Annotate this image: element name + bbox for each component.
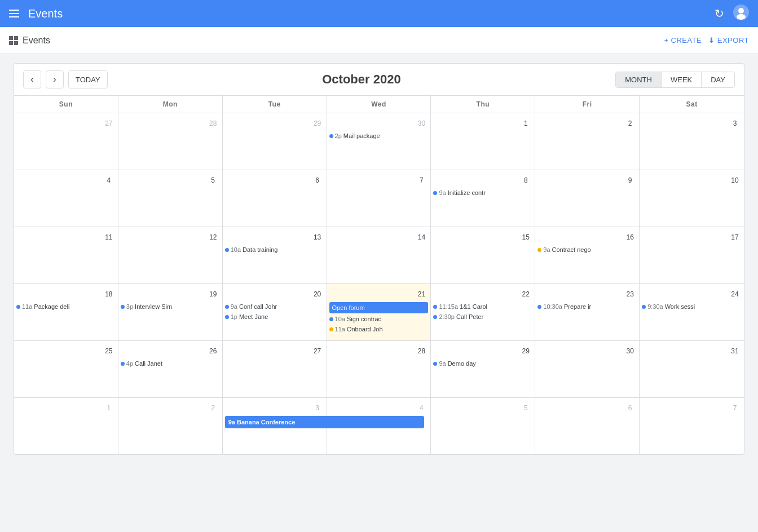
week-row-6: 1 2 3 9a Banana Conference 4 5 [14, 398, 744, 454]
week-row-1: 27 28 29 30 2p Mail package [14, 113, 744, 170]
menu-icon[interactable] [9, 10, 19, 17]
day-cell-oct6[interactable]: 6 [223, 170, 327, 227]
week-view-button[interactable]: WEEK [662, 72, 702, 87]
week-row-3: 11 12 13 10a Data training [14, 227, 744, 284]
day-cell-nov7[interactable]: 7 [640, 398, 744, 454]
day-cell-nov2[interactable]: 2 [118, 398, 223, 454]
day-cell-oct10[interactable]: 10 [640, 170, 744, 227]
day-cell-oct29[interactable]: 29 9a Demo day [431, 341, 535, 397]
list-item[interactable]: 2:30p Call Peter [433, 312, 532, 321]
day-cell-oct12[interactable]: 12 [118, 227, 223, 283]
day-header-sat: Sat [640, 96, 744, 113]
list-item[interactable]: 1p Meet Jane [225, 312, 324, 321]
day-cell-oct7[interactable]: 7 [327, 170, 431, 227]
day-cell-oct17[interactable]: 17 [640, 227, 744, 283]
day-header-fri: Fri [535, 96, 640, 113]
list-item[interactable]: 9a Demo day [433, 359, 532, 368]
day-cell-oct23[interactable]: 23 10:30a Prepare ir [535, 284, 640, 340]
list-item[interactable]: 4p Call Janet [121, 359, 220, 368]
day-cell-oct20[interactable]: 20 9a Conf call Johr 1p Meet Jane [223, 284, 327, 340]
day-cell-nov3[interactable]: 3 9a Banana Conference [223, 398, 327, 454]
create-button[interactable]: + CREATE [664, 36, 702, 45]
day-cell-oct21[interactable]: 21 Open forum 10a Sign contrac 11a Onboa… [327, 284, 431, 340]
day-cell-oct27[interactable]: 27 [223, 341, 327, 397]
app-title: Events [28, 7, 706, 20]
day-cell-oct18[interactable]: 18 11a Package deli [14, 284, 118, 340]
prev-month-button[interactable]: ‹ [23, 70, 41, 88]
day-cell-oct19[interactable]: 19 3p Interview Sim [118, 284, 223, 340]
main-content: ‹ › TODAY October 2020 MONTH WEEK DAY Su… [0, 54, 758, 464]
day-cell-oct13[interactable]: 13 10a Data training [223, 227, 327, 283]
create-plus-icon: + [664, 36, 668, 45]
day-cell-oct5[interactable]: 5 [118, 170, 223, 227]
day-cell-oct31[interactable]: 31 [640, 341, 744, 397]
day-cell-nov5[interactable]: 5 [431, 398, 535, 454]
day-cell-oct30[interactable]: 30 [535, 341, 640, 397]
calendar-month-year: October 2020 [112, 72, 611, 87]
list-item[interactable]: 9a Contract nego [537, 245, 637, 254]
calendar-container: ‹ › TODAY October 2020 MONTH WEEK DAY Su… [14, 63, 744, 455]
day-cell-sep29[interactable]: 29 [223, 113, 327, 170]
app-bar: Events ↻ [0, 0, 758, 27]
list-item[interactable]: 11a Onboard Joh [329, 325, 429, 334]
day-cell-sep28[interactable]: 28 [118, 113, 223, 170]
event-dot-blue [329, 134, 333, 138]
day-cell-oct15[interactable]: 15 [431, 227, 535, 283]
event-dot-blue [433, 305, 437, 309]
list-item[interactable]: 10a Sign contrac [329, 314, 429, 323]
day-cell-oct16[interactable]: 16 9a Contract nego [535, 227, 640, 283]
day-headers-row: Sun Mon Tue Wed Thu Fri Sat [14, 96, 744, 113]
grid-view-icon[interactable] [9, 36, 18, 45]
day-cell-oct14[interactable]: 14 [327, 227, 431, 283]
day-header-mon: Mon [118, 96, 223, 113]
list-item[interactable]: 10:30a Prepare ir [537, 302, 637, 311]
day-cell-nov1[interactable]: 1 [14, 398, 118, 454]
event-dot-blue [433, 362, 437, 366]
day-cell-oct24[interactable]: 24 9:30a Work sessi [640, 284, 744, 340]
next-month-button[interactable]: › [46, 70, 64, 88]
day-header-thu: Thu [431, 96, 535, 113]
day-cell-oct11[interactable]: 11 [14, 227, 118, 283]
event-dot-blue [225, 315, 229, 319]
week-row-4: 18 11a Package deli 19 3p [14, 284, 744, 341]
list-item[interactable]: 11:15a 1&1 Carol [433, 302, 532, 311]
day-cell-oct26[interactable]: 26 4p Call Janet [118, 341, 223, 397]
calendar-nav: ‹ › TODAY October 2020 MONTH WEEK DAY [14, 64, 744, 95]
list-item[interactable]: 10a Data training [225, 245, 324, 254]
day-cell-nov6[interactable]: 6 [535, 398, 640, 454]
list-item[interactable]: 3p Interview Sim [121, 302, 220, 311]
day-cell-oct22[interactable]: 22 11:15a 1&1 Carol 2:30p Call Peter [431, 284, 535, 340]
profile-icon[interactable] [733, 5, 749, 23]
list-item[interactable]: 2p Mail package [329, 131, 429, 140]
event-dot-yellow [537, 248, 541, 252]
event-block-open-forum[interactable]: Open forum [329, 302, 429, 313]
list-item[interactable]: 9:30a Work sessi [642, 302, 742, 311]
day-view-button[interactable]: DAY [702, 72, 734, 87]
list-item[interactable]: 9a Initialize contr [433, 188, 532, 197]
event-block-banana-conference[interactable]: 9a Banana Conference [225, 416, 425, 428]
day-cell-oct2[interactable]: 2 [535, 113, 640, 170]
day-header-tue: Tue [223, 96, 327, 113]
day-cell-oct28[interactable]: 28 [327, 341, 431, 397]
day-cell-oct8[interactable]: 8 9a Initialize contr [431, 170, 535, 227]
day-cell-sep30[interactable]: 30 2p Mail package [327, 113, 431, 170]
day-cell-sep27[interactable]: 27 [14, 113, 118, 170]
day-cell-oct25[interactable]: 25 [14, 341, 118, 397]
list-item[interactable]: 11a Package deli [16, 302, 116, 311]
month-view-button[interactable]: MONTH [616, 72, 662, 87]
day-cell-oct4[interactable]: 4 [14, 170, 118, 227]
secondary-toolbar: Events + CREATE ⬇ EXPORT [0, 27, 758, 54]
export-button[interactable]: ⬇ EXPORT [708, 36, 749, 45]
week-row-2: 4 5 6 7 8 9a Initiali [14, 170, 744, 227]
svg-point-2 [737, 14, 746, 20]
event-dot-blue [433, 315, 437, 319]
toolbar-actions: + CREATE ⬇ EXPORT [664, 36, 749, 45]
refresh-icon[interactable]: ↻ [715, 7, 724, 20]
event-dot-blue [642, 305, 646, 309]
day-cell-oct3[interactable]: 3 [640, 113, 744, 170]
today-button[interactable]: TODAY [68, 70, 108, 88]
day-cell-oct1[interactable]: 1 [431, 113, 535, 170]
event-dot-blue [121, 362, 125, 366]
list-item[interactable]: 9a Conf call Johr [225, 302, 324, 311]
day-cell-oct9[interactable]: 9 [535, 170, 640, 227]
